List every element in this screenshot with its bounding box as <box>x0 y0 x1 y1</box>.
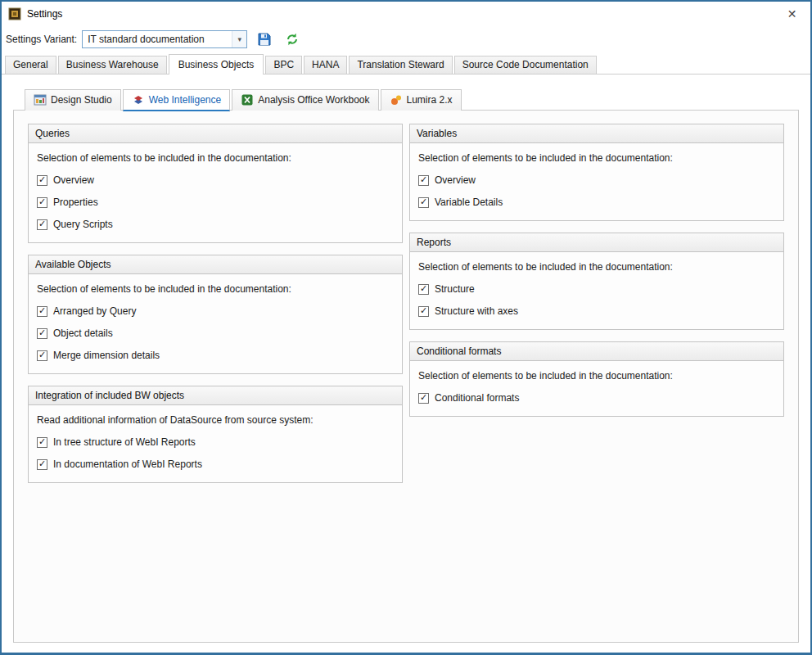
checkbox-label: Properties <box>53 196 98 208</box>
app-icon <box>8 7 21 20</box>
subtab-label: Web Intelligence <box>149 94 222 106</box>
web-intelligence-icon <box>132 93 145 106</box>
checkbox-row-overview[interactable]: Overview <box>37 174 394 186</box>
save-button[interactable] <box>254 29 275 50</box>
checkbox[interactable] <box>418 306 429 317</box>
group-description: Read additional information of DataSourc… <box>37 414 394 426</box>
subtab-label: Analysis Office Workbook <box>258 94 369 106</box>
group-reports: Reports Selection of elements to be incl… <box>409 233 784 330</box>
checkbox-label: In tree structure of WebI Reports <box>53 436 196 448</box>
checkbox-row-properties[interactable]: Properties <box>37 196 394 208</box>
tab-label: Translation Steward <box>357 59 444 70</box>
checkbox-row-query-scripts[interactable]: Query Scripts <box>37 219 394 230</box>
subtab-lumira[interactable]: Lumira 2.x <box>381 89 462 111</box>
checkbox-row-tree-structure[interactable]: In tree structure of WebI Reports <box>37 436 394 448</box>
group-body: Read additional information of DataSourc… <box>29 405 402 482</box>
checkbox-label: Arranged by Query <box>53 305 136 317</box>
subtab-analysis-office-workbook[interactable]: Analysis Office Workbook <box>232 89 378 111</box>
group-bw-integration: Integration of included BW objects Read … <box>28 386 403 483</box>
group-title: Variables <box>410 124 783 143</box>
subtab-label: Design Studio <box>51 94 112 106</box>
checkbox-row-structure[interactable]: Structure <box>418 283 775 295</box>
settings-variant-combobox[interactable]: IT standard documentation ▾ <box>82 30 247 48</box>
checkbox[interactable] <box>418 393 429 404</box>
checkbox-row-arranged-by-query[interactable]: Arranged by Query <box>37 305 394 317</box>
group-queries: Queries Selection of elements to be incl… <box>28 124 403 243</box>
tab-general[interactable]: General <box>5 56 56 74</box>
refresh-button[interactable] <box>282 29 303 50</box>
group-body: Selection of elements to be included in … <box>29 274 402 373</box>
checkbox[interactable] <box>418 197 429 208</box>
checkbox-label: Object details <box>53 328 113 339</box>
checkbox[interactable] <box>37 175 47 186</box>
checkbox-label: Variable Details <box>435 196 503 208</box>
business-objects-page: Design Studio Web Intelligence Analysis … <box>2 75 810 653</box>
dropdown-arrow-icon[interactable]: ▾ <box>232 31 246 47</box>
checkbox[interactable] <box>37 306 47 317</box>
group-description: Selection of elements to be included in … <box>418 370 775 382</box>
combobox-value: IT standard documentation <box>83 31 232 47</box>
checkbox-row-variables-overview[interactable]: Overview <box>418 174 775 186</box>
group-description: Selection of elements to be included in … <box>418 261 775 273</box>
group-available-objects: Available Objects Selection of elements … <box>28 255 403 374</box>
checkbox[interactable] <box>37 437 47 448</box>
checkbox[interactable] <box>37 350 47 361</box>
checkbox[interactable] <box>37 328 47 339</box>
group-title: Reports <box>410 233 783 252</box>
tab-translation-steward[interactable]: Translation Steward <box>349 56 452 74</box>
toolbar: Settings Variant: IT standard documentat… <box>2 26 810 54</box>
save-icon <box>257 32 272 47</box>
titlebar: Settings ✕ <box>2 2 810 26</box>
web-intelligence-panel: Queries Selection of elements to be incl… <box>13 110 799 643</box>
checkbox-row-merge-dimension-details[interactable]: Merge dimension details <box>37 350 394 361</box>
design-studio-icon <box>34 93 47 106</box>
checkbox-row-structure-with-axes[interactable]: Structure with axes <box>418 305 775 317</box>
tab-label: HANA <box>312 59 339 70</box>
group-body: Selection of elements to be included in … <box>29 143 402 242</box>
tab-label: BPC <box>273 59 294 70</box>
subtab-label: Lumira 2.x <box>407 94 453 106</box>
checkbox-row-conditional-formats[interactable]: Conditional formats <box>418 392 775 404</box>
tab-label: Business Warehouse <box>66 59 159 70</box>
group-title: Conditional formats <box>410 342 783 361</box>
tab-hana[interactable]: HANA <box>304 56 347 74</box>
checkbox-row-variable-details[interactable]: Variable Details <box>418 196 775 208</box>
checkbox-label: Overview <box>435 174 476 186</box>
checkbox-row-documentation[interactable]: In documentation of WebI Reports <box>37 458 394 470</box>
checkbox[interactable] <box>418 175 429 186</box>
tab-business-objects[interactable]: Business Objects <box>169 54 264 75</box>
checkbox[interactable] <box>37 459 47 470</box>
group-title: Queries <box>29 124 402 143</box>
checkbox-label: Overview <box>53 174 94 186</box>
checkbox-label: Structure with axes <box>435 305 518 317</box>
group-description: Selection of elements to be included in … <box>418 152 775 164</box>
group-title: Integration of included BW objects <box>29 386 402 405</box>
checkbox-label: Structure <box>435 283 475 295</box>
close-icon: ✕ <box>787 7 797 20</box>
group-description: Selection of elements to be included in … <box>37 152 394 164</box>
close-button[interactable]: ✕ <box>774 2 810 26</box>
group-body: Selection of elements to be included in … <box>410 143 783 220</box>
checkbox[interactable] <box>37 219 47 230</box>
group-description: Selection of elements to be included in … <box>37 283 394 295</box>
tab-label: Source Code Documentation <box>462 59 589 70</box>
settings-window: Settings ✕ Settings Variant: IT standard… <box>0 0 812 655</box>
checkbox-label: In documentation of WebI Reports <box>53 458 202 470</box>
tab-source-code-documentation[interactable]: Source Code Documentation <box>454 56 597 74</box>
main-tab-bar: General Business Warehouse Business Obje… <box>2 54 810 75</box>
tab-label: General <box>13 59 48 70</box>
subtab-design-studio[interactable]: Design Studio <box>25 89 121 111</box>
tab-label: Business Objects <box>178 59 255 70</box>
subtab-web-intelligence[interactable]: Web Intelligence <box>123 89 231 111</box>
checkbox[interactable] <box>418 284 429 295</box>
tab-business-warehouse[interactable]: Business Warehouse <box>58 56 167 74</box>
group-body: Selection of elements to be included in … <box>410 361 783 416</box>
checkbox-label: Merge dimension details <box>53 350 160 361</box>
left-column: Queries Selection of elements to be incl… <box>28 124 403 483</box>
group-conditional-formats: Conditional formats Selection of element… <box>409 341 784 417</box>
tab-bpc[interactable]: BPC <box>265 56 302 74</box>
analysis-office-icon <box>241 93 254 106</box>
checkbox[interactable] <box>37 197 47 208</box>
right-column: Variables Selection of elements to be in… <box>409 124 784 417</box>
checkbox-row-object-details[interactable]: Object details <box>37 328 394 339</box>
